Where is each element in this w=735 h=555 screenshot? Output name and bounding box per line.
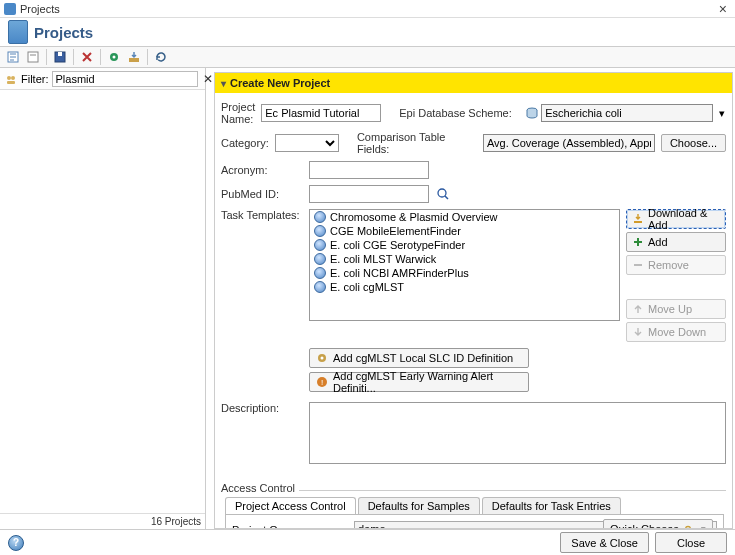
move-up-label: Move Up [648,303,692,315]
task-icon [314,267,326,279]
list-item[interactable]: E. coli CGE SerotypeFinder [310,238,619,252]
move-down-button: Move Down [626,322,726,342]
toolbar-separator [46,49,47,65]
arrow-up-icon [632,303,644,315]
sidebar: Filter: ✕ 16 Projects [0,68,206,529]
acronym-label: Acronym: [221,164,303,176]
save-button[interactable] [51,48,69,66]
list-item[interactable]: E. coli NCBI AMRFinderPlus [310,266,619,280]
list-item-label: E. coli NCBI AMRFinderPlus [330,267,469,279]
toolbar-separator [100,49,101,65]
remove-label: Remove [648,259,689,271]
settings-button[interactable] [105,48,123,66]
save-close-button[interactable]: Save & Close [560,532,649,553]
svg-rect-4 [58,52,62,56]
group-icon[interactable] [4,72,18,86]
page-title: Projects [34,24,93,41]
tab-defaults-samples[interactable]: Defaults for Samples [358,497,480,514]
task-icon [314,239,326,251]
close-button[interactable]: Close [655,532,727,553]
alert-icon: ! [316,376,328,388]
chevron-down-icon[interactable]: ▾ [715,107,729,120]
svg-rect-17 [634,221,642,223]
owner-label: Project Owner: [232,524,348,528]
task-side-buttons: Download & Add Add Remove [626,209,726,342]
row-description: Description: [221,402,726,464]
refresh-button[interactable] [152,48,170,66]
download-add-label: Download & Add [648,207,720,231]
quick-choose-label: Quick Choose [610,523,679,528]
help-icon[interactable]: ? [8,535,24,551]
add-label: Add [648,236,668,248]
key-icon [684,523,696,528]
project-name-input[interactable] [261,104,381,122]
form-panel: ▾ Create New Project Project Name: Epi D… [214,72,733,529]
list-item[interactable]: CGE MobileElementFinder [310,224,619,238]
create-project-banner[interactable]: ▾ Create New Project [215,73,732,93]
description-input[interactable] [309,402,726,464]
svg-point-15 [438,189,446,197]
add-button[interactable]: Add [626,232,726,252]
banner-title: Create New Project [230,77,330,89]
list-item[interactable]: Chromosome & Plasmid Overview [310,210,619,224]
chevron-down-icon[interactable]: ▾ [701,524,706,528]
task-templates-list[interactable]: Chromosome & Plasmid Overview CGE Mobile… [309,209,620,321]
download-add-button[interactable]: Download & Add [626,209,726,229]
move-down-label: Move Down [648,326,706,338]
svg-rect-7 [129,58,139,62]
task-icon [314,225,326,237]
edit-button[interactable] [24,48,42,66]
titlebar: Projects × [0,0,735,18]
edit-scheme-icon[interactable] [731,105,732,121]
svg-point-20 [321,357,324,360]
filter-bar: Filter: ✕ [0,68,205,90]
arrow-down-icon [632,326,644,338]
pubmed-input[interactable] [309,185,429,203]
add-alert-button[interactable]: ! Add cgMLST Early Warning Alert Definit… [309,372,529,392]
pubmed-search-icon[interactable] [435,186,451,202]
list-item[interactable]: E. coli cgMLST [310,280,619,294]
acronym-input[interactable] [309,161,429,179]
bottom-bar: ? Save & Close Close [0,529,735,555]
collapse-icon[interactable]: ▾ [221,78,226,89]
add-slc-label: Add cgMLST Local SLC ID Definition [333,352,513,364]
projects-icon [8,20,28,44]
svg-point-6 [113,56,116,59]
toolbar-separator [73,49,74,65]
access-control-tabs: Project Access Control Defaults for Samp… [225,497,726,514]
access-control-panel: Quick Choose ▾ Project Owner: demo View … [225,514,724,528]
row-acronym: Acronym: [221,161,726,179]
delete-button[interactable] [78,48,96,66]
tab-project-access[interactable]: Project Access Control [225,497,356,514]
row-pubmed: PubMed ID: [221,185,726,203]
epi-scheme-combo[interactable] [541,104,713,122]
description-label: Description: [221,402,303,414]
tab-defaults-task-entries[interactable]: Defaults for Task Entries [482,497,621,514]
move-up-button: Move Up [626,299,726,319]
filter-input[interactable] [52,71,198,87]
project-name-label: Project Name: [221,101,255,125]
close-icon[interactable]: × [715,1,731,17]
form-body[interactable]: Project Name: Epi Database Scheme: ▾ [215,93,732,528]
new-project-button[interactable] [4,48,22,66]
comp-fields-display [483,134,655,152]
svg-point-8 [7,76,11,80]
project-tree[interactable] [0,90,205,513]
gear-icon [316,352,328,364]
list-item-label: E. coli MLST Warwick [330,253,436,265]
minus-icon [632,259,644,271]
task-icon [314,253,326,265]
plus-icon [632,236,644,248]
list-item-label: Chromosome & Plasmid Overview [330,211,498,223]
toolbar [0,46,735,68]
list-item[interactable]: E. coli MLST Warwick [310,252,619,266]
add-slc-button[interactable]: Add cgMLST Local SLC ID Definition [309,348,529,368]
task-icon [314,211,326,223]
choose-button[interactable]: Choose... [661,134,726,152]
download-button[interactable] [125,48,143,66]
svg-rect-10 [7,81,15,84]
category-combo[interactable] [275,134,339,152]
main-split: Filter: ✕ 16 Projects ▾ Create New Proje… [0,68,735,529]
quick-choose-button[interactable]: Quick Choose ▾ [603,519,713,528]
list-item-label: CGE MobileElementFinder [330,225,461,237]
